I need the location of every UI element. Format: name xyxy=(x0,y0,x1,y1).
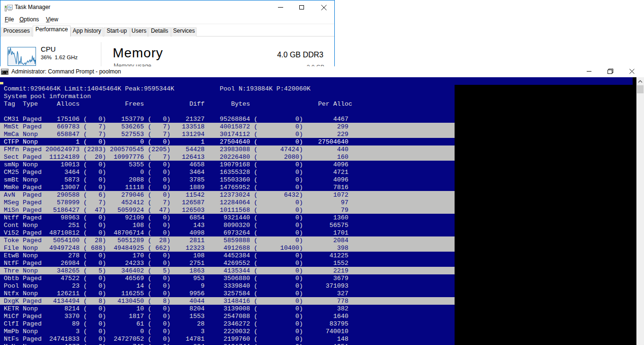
svg-text:C:\: C:\ xyxy=(2,71,8,74)
